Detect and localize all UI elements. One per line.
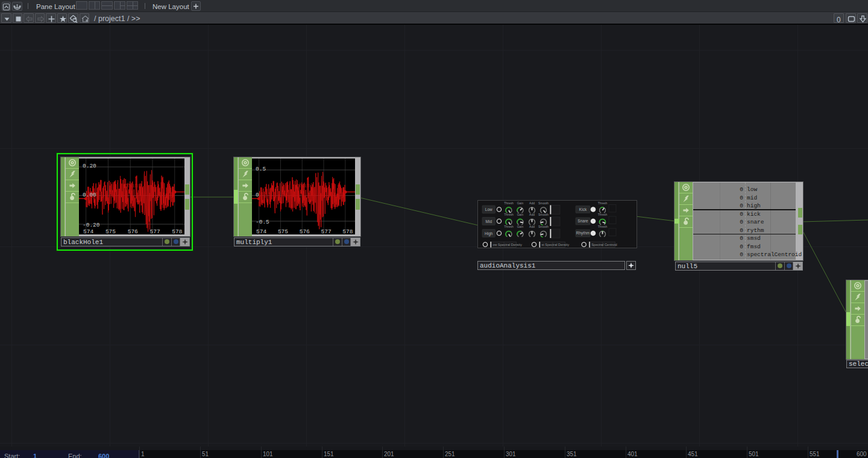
svg-text:577: 577 (150, 228, 160, 235)
svg-text:0.5: 0.5 (256, 166, 266, 172)
svg-text:Gain: Gain (517, 213, 524, 216)
svg-text:Spectral Centroid: Spectral Centroid (591, 243, 617, 246)
svg-text:574: 574 (83, 228, 93, 235)
svg-text:Kick: Kick (579, 207, 587, 212)
svg-text:576: 576 (300, 228, 310, 235)
svg-text:Add: Add (529, 201, 535, 205)
svg-text:Thresh: Thresh (598, 225, 608, 228)
svg-text:-0.5: -0.5 (256, 219, 269, 225)
svg-text:0.20: 0.20 (83, 163, 96, 169)
svg-text:Gain: Gain (517, 225, 524, 228)
svg-text:st Spectral Density: st Spectral Density (542, 243, 570, 246)
svg-text:574: 574 (256, 228, 266, 235)
svg-text:Smooth: Smooth (538, 225, 549, 228)
svg-text:0.00: 0.00 (83, 192, 96, 198)
svg-text:Add: Add (529, 213, 535, 216)
svg-text:0: 0 (256, 192, 259, 198)
svg-text:Thresh: Thresh (598, 213, 608, 216)
svg-text:-0.20: -0.20 (83, 222, 100, 228)
svg-text:Thresh: Thresh (598, 201, 608, 205)
svg-text:Thresh: Thresh (504, 201, 514, 205)
svg-text:Low: Low (485, 207, 492, 212)
svg-text:578: 578 (342, 228, 353, 235)
svg-text:Smooth: Smooth (538, 213, 549, 216)
svg-text:ow Spectral Density: ow Spectral Density (493, 243, 523, 246)
svg-text:High: High (485, 231, 493, 236)
svg-text:Thresh: Thresh (504, 225, 514, 228)
svg-text:Thresh: Thresh (504, 213, 514, 216)
svg-text:Gain: Gain (517, 201, 524, 205)
svg-text:Smooth: Smooth (538, 201, 549, 205)
svg-text:Rhythm: Rhythm (576, 231, 590, 236)
svg-text:576: 576 (128, 228, 138, 235)
svg-text:Snare: Snare (577, 219, 588, 223)
svg-text:578: 578 (172, 228, 182, 235)
svg-text:575: 575 (105, 228, 116, 235)
svg-text:577: 577 (321, 228, 332, 235)
svg-text:Mid: Mid (486, 219, 492, 224)
svg-text:Add: Add (529, 225, 535, 228)
svg-text:575: 575 (278, 228, 288, 235)
